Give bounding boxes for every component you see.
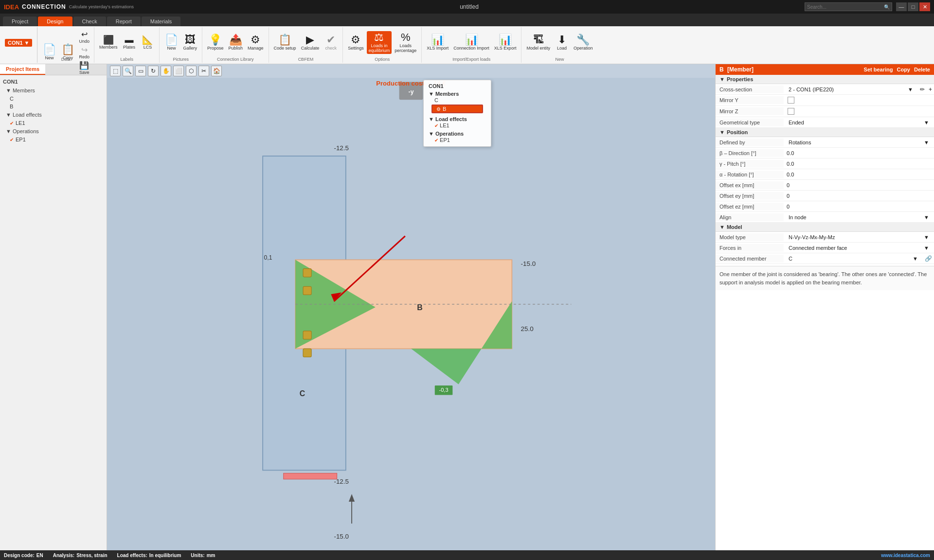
tab-project-items[interactable]: Project Items <box>0 64 45 75</box>
ribbon-tabs: Project Design Check Report Materials <box>0 14 934 26</box>
cross-section-value[interactable]: 2 - CON1 (IPE220) ▼ <box>784 85 918 94</box>
check-button[interactable]: ✔ check <box>322 34 340 52</box>
align-dropdown-arrow[interactable]: ▼ <box>924 214 929 220</box>
lcs-button[interactable]: 📐 LCS <box>139 35 156 51</box>
xls-import-button[interactable]: 📊 XLS Import <box>425 34 450 52</box>
loads-percentage-button[interactable]: % Loadspercentage <box>393 31 418 54</box>
calculate-button[interactable]: ▶ Calculate <box>299 34 322 52</box>
members-button[interactable]: ⬛ Members <box>97 35 120 51</box>
connected-member-dropdown-arrow[interactable]: ▼ <box>913 256 918 262</box>
forces-in-value[interactable]: Connected member face ▼ <box>784 244 934 252</box>
load-effects-arrow-icon: ▼ <box>429 116 434 122</box>
forces-in-dropdown-arrow[interactable]: ▼ <box>924 245 929 251</box>
xls-import-label: XLS Import <box>427 46 449 51</box>
units-status: Units: mm <box>191 553 215 558</box>
wireframe-button[interactable]: ⬡ <box>186 66 197 76</box>
cross-section-dropdown-arrow[interactable]: ▼ <box>908 87 913 92</box>
label-c: C <box>300 389 305 398</box>
alpha-rotation-value: 0.0 <box>784 171 934 178</box>
geometrical-type-value[interactable]: Ended ▼ <box>784 118 934 127</box>
zoom-button[interactable]: 🔍 <box>123 66 133 76</box>
label-b: B <box>417 303 422 312</box>
con1-badge[interactable]: CON1 ▼ <box>5 39 32 47</box>
connection-import-button[interactable]: 📊 Connection Import <box>451 34 491 52</box>
save-button[interactable]: 💾 Save <box>77 60 91 75</box>
con1-le1[interactable]: ✔ LE1 <box>429 122 486 129</box>
section-button[interactable]: ✂ <box>198 66 209 76</box>
frame-select-button[interactable]: ⬚ <box>110 66 121 76</box>
le1-label: LE1 <box>16 120 25 126</box>
bolt-bl1 <box>303 331 311 339</box>
properties-collapse-icon: ▼ <box>719 76 725 82</box>
position-collapse-icon: ▼ <box>719 129 725 135</box>
member-b-item[interactable]: B <box>0 103 107 110</box>
defined-by-value[interactable]: Rotations ▼ <box>784 138 934 147</box>
tab-check[interactable]: Check <box>73 17 106 26</box>
loads-percentage-icon: % <box>401 32 411 43</box>
publish-button[interactable]: 📤 Publish <box>227 34 245 52</box>
search-input[interactable] <box>807 4 884 10</box>
pan-button[interactable]: ✋ <box>161 66 171 76</box>
tab-project[interactable]: Project <box>3 17 37 26</box>
con1-member-b-active[interactable]: ⚙ B <box>431 105 483 113</box>
pictures-new-button[interactable]: 📄 New <box>162 34 180 52</box>
connected-member-link-icon[interactable]: 🔗 <box>923 254 934 263</box>
rect-select-button[interactable]: ▭ <box>135 66 146 76</box>
mirror-z-checkbox[interactable] <box>788 108 794 115</box>
minimize-button[interactable]: — <box>896 2 907 11</box>
canvas-area[interactable]: ⬚ 🔍 ▭ ↻ ✋ ⬜ ⬡ ✂ 🏠 Production cost • 14 €… <box>107 64 715 550</box>
mirror-y-checkbox[interactable] <box>788 97 794 104</box>
properties-section-header[interactable]: ▼ Properties <box>716 75 934 84</box>
align-value[interactable]: In node ▼ <box>784 213 934 222</box>
app-name: CONNECTION <box>22 3 66 10</box>
code-setup-button[interactable]: 📋 Code setup <box>272 34 298 52</box>
tab-report[interactable]: Report <box>107 17 141 26</box>
settings-button[interactable]: ⚙ Settings <box>346 34 366 52</box>
geometrical-type-row: Geometrical type Ended ▼ <box>716 117 934 128</box>
close-button[interactable]: ✕ <box>919 2 930 11</box>
forces-in-label: Forces in <box>716 244 784 252</box>
maximize-button[interactable]: □ <box>908 2 918 11</box>
member-c-item[interactable]: C <box>0 95 107 103</box>
defined-by-dropdown-arrow[interactable]: ▼ <box>924 140 929 145</box>
set-bearing-button[interactable]: Set bearing <box>864 67 893 72</box>
model-entity-button[interactable]: 🏗 Model entity <box>524 34 552 52</box>
plates-button[interactable]: ▬ Plates <box>120 35 138 51</box>
rp-copy-button[interactable]: Copy <box>897 67 910 72</box>
manage-button[interactable]: ⚙ Manage <box>246 34 266 52</box>
home-button[interactable]: 🏠 <box>211 66 222 76</box>
position-section-header[interactable]: ▼ Position <box>716 128 934 137</box>
loads-equilibrium-button[interactable]: ⚖ Loads inequilibrium <box>367 31 392 54</box>
search-bar[interactable]: 🔍 <box>805 2 892 11</box>
gallery-button[interactable]: 🖼 Gallery <box>181 34 199 52</box>
rotate-button[interactable]: ↻ <box>148 66 159 76</box>
model-title: Model <box>727 224 742 230</box>
view3d-button[interactable]: ⬜ <box>173 66 184 76</box>
tab-design[interactable]: Design <box>38 17 72 26</box>
model-type-value[interactable]: N-Vy-Vz-Mx-My-Mz ▼ <box>784 233 934 242</box>
load-button[interactable]: ⬇ Load <box>553 34 571 52</box>
production-cost-label: Production cost <box>376 80 424 87</box>
rp-delete-button[interactable]: Delete <box>914 67 930 72</box>
cross-section-add-icon[interactable]: + <box>927 85 934 94</box>
connected-member-value[interactable]: C ▼ <box>784 254 923 263</box>
defined-by-row: Defined by Rotations ▼ <box>716 137 934 148</box>
model-type-dropdown-arrow[interactable]: ▼ <box>924 234 929 240</box>
operation-button[interactable]: 🔧 Operation <box>572 34 595 52</box>
geometrical-type-dropdown-arrow[interactable]: ▼ <box>924 120 929 125</box>
con1-member-b-row[interactable]: ⚙ B <box>429 104 486 114</box>
undo-button[interactable]: ↩ Undo <box>77 29 91 44</box>
con1-label: CON1 <box>8 40 23 46</box>
operation-icon: 🔧 <box>576 35 590 45</box>
con1-member-c[interactable]: C <box>429 97 486 104</box>
model-section-header[interactable]: ▼ Model <box>716 223 934 232</box>
con1-ep1[interactable]: ✔ EP1 <box>429 137 486 143</box>
con1-tree-load-effects: ▼ Load effects <box>429 116 486 122</box>
offset-ey-label: Offset ey [mm] <box>716 192 784 200</box>
propose-button[interactable]: 💡 Propose <box>205 34 226 52</box>
cross-section-edit-icon[interactable]: ✏ <box>918 85 927 94</box>
le1-item[interactable]: ✔ LE1 <box>0 119 107 127</box>
xls-export-button[interactable]: 📊 XLS Export <box>492 34 519 52</box>
ep1-item[interactable]: ✔ EP1 <box>0 136 107 143</box>
tab-materials[interactable]: Materials <box>142 17 181 26</box>
